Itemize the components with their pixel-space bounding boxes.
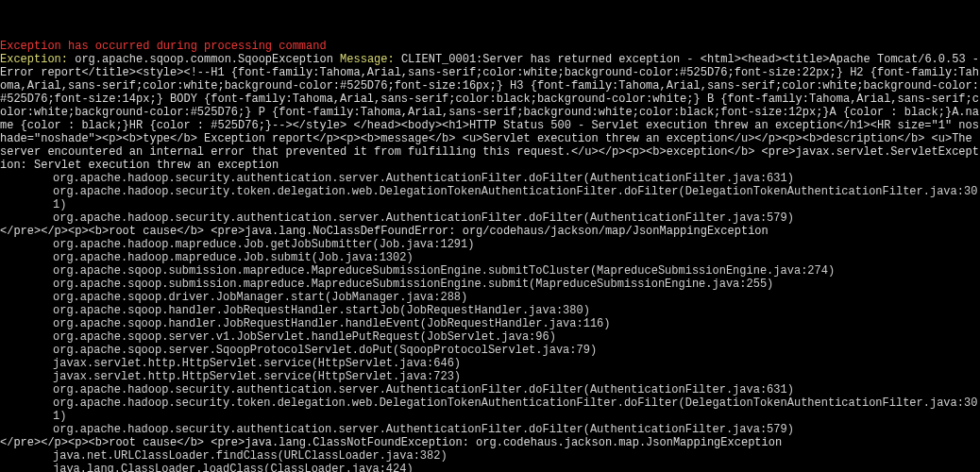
trace-line: javax.servlet.http.HttpServlet.service(H… [0, 357, 980, 370]
message-body: CLIENT_0001:Server has returned exceptio… [0, 53, 980, 172]
message-label: Message: [340, 53, 401, 66]
terminal-output: Exception has occurred during processing… [0, 26, 980, 472]
trace-line: org.apache.sqoop.server.SqoopProtocolSer… [0, 344, 980, 357]
trace-line: org.apache.hadoop.security.token.delegat… [0, 185, 980, 211]
trace-line: org.apache.hadoop.mapreduce.Job.getJobSu… [0, 238, 980, 251]
exception-label: Exception: [0, 53, 75, 66]
trace-line: org.apache.hadoop.mapreduce.Job.submit(J… [0, 251, 980, 264]
trace-line: java.lang.ClassLoader.loadClass(ClassLoa… [0, 463, 980, 472]
trace-line: org.apache.sqoop.handler.JobRequestHandl… [0, 304, 980, 317]
exception-class: org.apache.sqoop.common.SqoopException [75, 53, 340, 66]
trace-line: org.apache.sqoop.handler.JobRequestHandl… [0, 317, 980, 330]
trace-line: org.apache.sqoop.submission.mapreduce.Ma… [0, 264, 980, 278]
root-cause-2: </pre></p><p><b>root cause</b> <pre>java… [0, 436, 782, 449]
error-header: Exception has occurred during processing… [0, 40, 327, 53]
trace-line: org.apache.hadoop.security.authenticatio… [0, 423, 980, 436]
trace-line: javax.servlet.http.HttpServlet.service(H… [0, 370, 980, 383]
trace-line: org.apache.hadoop.security.authenticatio… [0, 211, 980, 225]
trace-line: org.apache.sqoop.server.v1.JobServlet.ha… [0, 330, 980, 344]
trace-line: org.apache.hadoop.security.authenticatio… [0, 383, 980, 396]
root-cause-1: </pre></p><p><b>root cause</b> <pre>java… [0, 225, 769, 238]
trace-line: org.apache.hadoop.security.authenticatio… [0, 172, 980, 185]
trace-line: org.apache.sqoop.driver.JobManager.start… [0, 291, 980, 304]
trace-line: org.apache.hadoop.security.token.delegat… [0, 396, 980, 423]
trace-line: org.apache.sqoop.submission.mapreduce.Ma… [0, 278, 980, 291]
trace-line: java.net.URLClassLoader.findClass(URLCla… [0, 449, 980, 463]
